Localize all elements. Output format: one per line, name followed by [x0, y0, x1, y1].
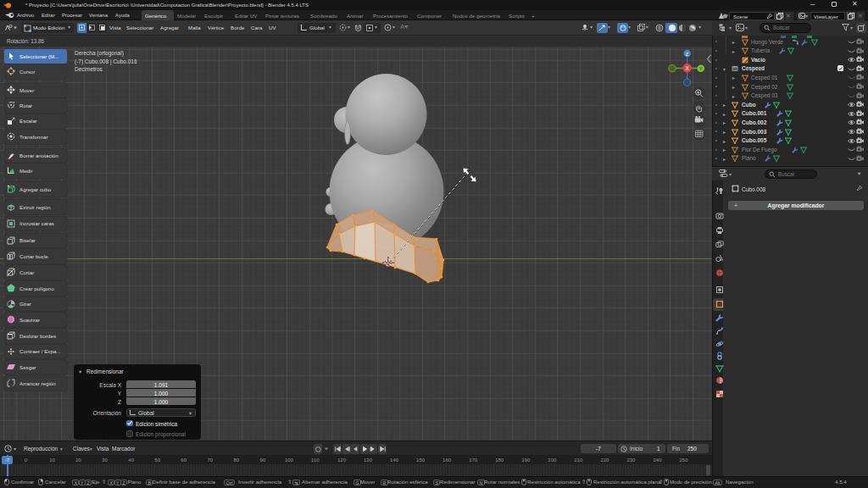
svg-text:X: X: [686, 65, 690, 71]
svg-text:Z: Z: [686, 52, 689, 57]
svg-text:Y: Y: [699, 66, 703, 71]
